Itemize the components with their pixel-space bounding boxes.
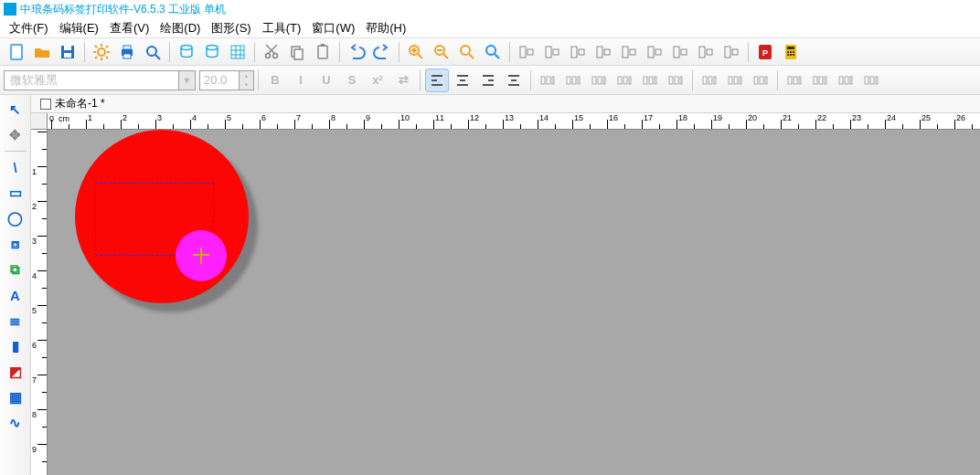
align-obj8-icon[interactable] [694,40,718,64]
copy-icon[interactable] [285,40,309,64]
align-obj9-icon[interactable] [719,40,743,64]
ruler-horizontal[interactable]: 0cm1234567891011121314151617181920212223… [48,113,980,130]
database-icon[interactable] [175,40,198,64]
align-obj7-icon[interactable] [668,40,692,64]
font-family-select[interactable]: 微软雅黑 ▾ [4,70,196,90]
format-italic-button[interactable]: I [289,69,313,92]
zoom-in-icon[interactable] [404,40,428,64]
qrcode-tool-icon[interactable]: ◩ [3,360,28,384]
barcode-tool-icon[interactable]: ▮ [3,334,28,358]
line-tool-icon[interactable]: \ [3,155,28,179]
ruler-h-label: 21 [783,113,792,122]
preview-icon[interactable] [141,40,165,64]
redo-icon[interactable] [370,40,394,64]
dist-h1-icon[interactable] [536,69,559,92]
ruler-vertical[interactable]: 12345678910 [31,130,48,475]
pan-tool-icon[interactable]: ✥ [3,123,28,147]
align-left-icon[interactable] [425,69,449,92]
menu-edit[interactable]: 编辑(E) [54,18,104,38]
svg-rect-121 [870,77,874,84]
svg-rect-71 [793,54,794,56]
chevron-down-icon[interactable]: ▾ [178,71,195,90]
svg-rect-52 [623,47,628,58]
menu-draw[interactable]: 绘图(D) [154,18,206,38]
pdf-icon[interactable]: P [753,40,777,64]
dist-h3-icon[interactable] [587,69,611,92]
align-just-icon[interactable] [502,69,526,92]
svg-rect-51 [604,49,610,55]
align-obj3-icon[interactable] [566,40,590,64]
svg-rect-31 [318,46,327,58]
tool-palette: ↖✥\▭◯⧈⧉A≣▮◩▦∿ [0,95,31,475]
zoom-fit-icon[interactable] [481,40,505,64]
dist-h4-icon[interactable] [612,69,636,92]
document-tab[interactable]: 未命名-1 * [33,96,112,112]
curve-tool-icon[interactable]: ∿ [3,411,28,435]
svg-rect-94 [623,77,627,84]
image-tool-icon[interactable]: ⧉ [3,258,28,281]
grid-data-icon[interactable] [226,40,250,64]
select-tool-icon[interactable]: ↖ [3,98,28,121]
cut-icon[interactable] [260,40,283,64]
menu-tools[interactable]: 工具(T) [257,18,307,38]
ruler-h-label: 18 [678,113,687,122]
format-bold-button[interactable]: B [263,69,287,92]
layout1-icon[interactable] [698,69,721,92]
format-strike-button[interactable]: S [340,69,364,92]
svg-rect-59 [707,49,712,55]
open-icon[interactable] [30,40,54,64]
rotation-handle-icon[interactable] [193,248,209,264]
undo-icon[interactable] [345,40,368,64]
zoom-out-icon[interactable] [430,40,453,64]
menu-window[interactable]: 窗口(W) [306,18,360,38]
menu-file[interactable]: 文件(F) [4,18,54,38]
layout3-icon[interactable] [749,69,772,92]
calc-icon[interactable] [779,40,803,64]
font-size-input[interactable]: 20.0 ▲▼ [199,70,254,90]
canvas[interactable] [48,130,980,475]
dist-h6-icon[interactable] [664,69,687,92]
svg-rect-69 [787,54,789,56]
new-icon[interactable] [5,40,28,64]
title-bar: 中琅条码标签打印软件-V6.5.3 工业版 单机 [0,0,980,18]
format-super-button[interactable]: x² [366,69,389,92]
svg-rect-115 [819,77,823,84]
page4-icon[interactable] [859,69,883,92]
print-icon[interactable] [115,40,139,64]
svg-line-10 [106,57,108,58]
paste-icon[interactable] [311,40,335,64]
layout2-icon[interactable] [723,69,747,92]
ellipse-tool-icon[interactable]: ◯ [3,206,28,230]
page2-icon[interactable] [808,69,832,92]
align-center-icon[interactable] [451,69,474,92]
dist-h2-icon[interactable] [561,69,585,92]
menu-view[interactable]: 查看(V) [104,18,154,38]
align-obj2-icon[interactable] [540,40,564,64]
align-right-icon[interactable] [476,69,500,92]
db-gear-icon[interactable] [200,40,224,64]
menu-help[interactable]: 帮助(H) [360,18,411,38]
align-obj5-icon[interactable] [617,40,641,64]
align-obj6-icon[interactable] [643,40,666,64]
text-tool-icon[interactable]: A [3,283,28,307]
save-icon[interactable] [56,40,80,64]
svg-rect-58 [699,47,705,58]
svg-rect-3 [64,53,71,58]
align-obj1-icon[interactable] [515,40,538,64]
gear-icon[interactable] [90,40,113,64]
date-tool-icon[interactable]: ⧈ [3,232,28,256]
table-tool-icon[interactable]: ▦ [3,385,28,409]
richtext-tool-icon[interactable]: ≣ [3,309,28,332]
zoom-actual-icon[interactable] [455,40,479,64]
rounded-rect-tool-icon[interactable]: ▭ [3,181,28,205]
menu-shape[interactable]: 图形(S) [206,18,256,38]
ruler-h-label: 8 [331,113,336,122]
stepper-up-icon[interactable]: ▲ [240,71,253,80]
format-dir-button[interactable]: ⇄ [391,69,415,92]
page1-icon[interactable] [783,69,806,92]
stepper-down-icon[interactable]: ▼ [240,80,253,90]
align-obj4-icon[interactable] [591,40,615,64]
dist-h5-icon[interactable] [638,69,662,92]
format-underline-button[interactable]: U [314,69,338,92]
page3-icon[interactable] [834,69,858,92]
